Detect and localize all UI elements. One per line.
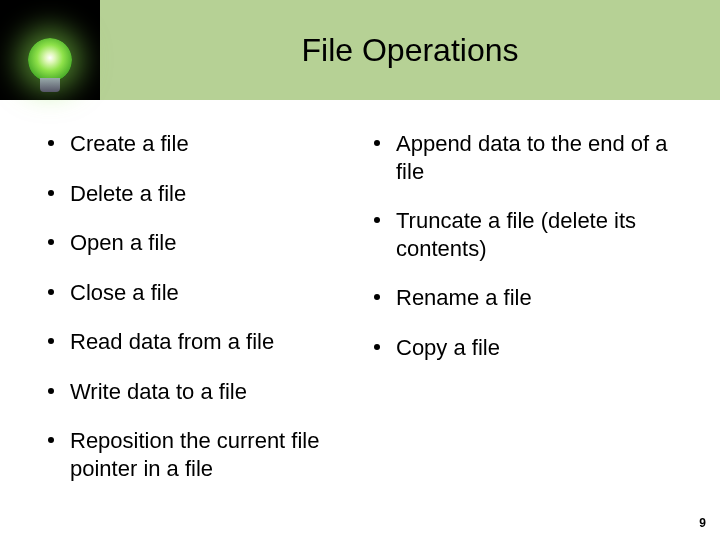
lightbulb-icon	[0, 0, 100, 100]
list-item: Close a file	[48, 279, 346, 307]
bullet-icon	[374, 344, 380, 350]
list-item: Copy a file	[374, 334, 672, 362]
columns: Create a file Delete a file Open a file …	[48, 130, 672, 504]
list-item: Open a file	[48, 229, 346, 257]
right-column: Append data to the end of a file Truncat…	[374, 130, 672, 504]
list-item-text: Truncate a file (delete its contents)	[396, 207, 672, 262]
bullet-icon	[374, 294, 380, 300]
list-item: Reposition the current file pointer in a…	[48, 427, 346, 482]
list-item: Create a file	[48, 130, 346, 158]
list-item: Rename a file	[374, 284, 672, 312]
list-item-text: Read data from a file	[70, 328, 346, 356]
left-column: Create a file Delete a file Open a file …	[48, 130, 346, 504]
list-item-text: Rename a file	[396, 284, 672, 312]
slide-title: File Operations	[100, 0, 720, 100]
list-item-text: Copy a file	[396, 334, 672, 362]
bullet-icon	[48, 140, 54, 146]
list-item: Read data from a file	[48, 328, 346, 356]
list-item: Delete a file	[48, 180, 346, 208]
list-item-text: Reposition the current file pointer in a…	[70, 427, 346, 482]
slide-header: File Operations	[0, 0, 720, 100]
slide: File Operations Create a file Delete a f…	[0, 0, 720, 540]
list-item-text: Open a file	[70, 229, 346, 257]
bullet-icon	[48, 190, 54, 196]
bullet-icon	[374, 140, 380, 146]
list-item-text: Close a file	[70, 279, 346, 307]
bullet-icon	[374, 217, 380, 223]
list-item-text: Create a file	[70, 130, 346, 158]
list-item: Append data to the end of a file	[374, 130, 672, 185]
slide-body: Create a file Delete a file Open a file …	[0, 130, 720, 510]
list-item: Truncate a file (delete its contents)	[374, 207, 672, 262]
bullet-icon	[48, 388, 54, 394]
list-item-text: Append data to the end of a file	[396, 130, 672, 185]
list-item-text: Delete a file	[70, 180, 346, 208]
bullet-icon	[48, 437, 54, 443]
bullet-icon	[48, 289, 54, 295]
page-number: 9	[699, 516, 706, 530]
list-item-text: Write data to a file	[70, 378, 346, 406]
bullet-icon	[48, 239, 54, 245]
bullet-icon	[48, 338, 54, 344]
list-item: Write data to a file	[48, 378, 346, 406]
